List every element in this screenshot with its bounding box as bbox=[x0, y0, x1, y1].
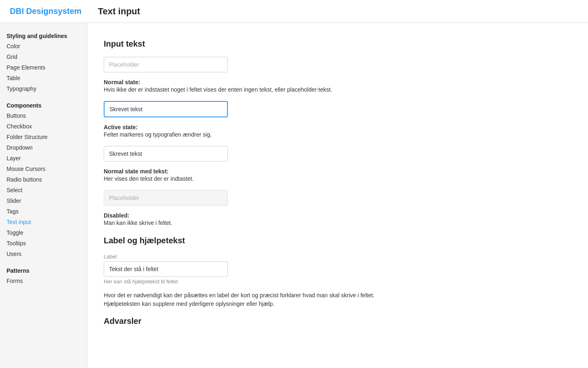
sidebar-item-layer[interactable]: Layer bbox=[0, 153, 87, 164]
section-advarsler-title: Advarsler bbox=[104, 316, 572, 326]
sidebar-section-components: Components bbox=[0, 99, 87, 110]
section-label-title: Label og hjælpetekst bbox=[104, 236, 572, 245]
field-helper-text: Her kan stå hjælpetekst til feltet bbox=[104, 278, 572, 285]
sidebar-item-checkbox[interactable]: Checkbox bbox=[0, 121, 87, 132]
normal-with-text-input[interactable] bbox=[104, 146, 228, 162]
sidebar-item-forms[interactable]: Forms bbox=[0, 276, 87, 286]
sidebar-item-radio-buttons[interactable]: Radio buttons bbox=[0, 174, 87, 185]
sidebar-section-styling: Styling and guidelines bbox=[0, 29, 87, 41]
field-desc: Hvor det er nødvendigt kan der påsættes … bbox=[104, 291, 572, 308]
sidebar-item-select[interactable]: Select bbox=[0, 185, 87, 195]
sidebar-item-toggle[interactable]: Toggle bbox=[0, 227, 87, 238]
disabled-desc: Man kan ikke skrive i feltet. bbox=[104, 220, 572, 226]
sidebar-item-tooltips[interactable]: Tooltips bbox=[0, 238, 87, 249]
field-desc-line1: Hvor det er nødvendigt kan der påsættes … bbox=[104, 292, 374, 298]
header: DBI Designsystem Text input bbox=[0, 0, 588, 23]
sidebar-item-tags[interactable]: Tags bbox=[0, 206, 87, 217]
normal-state-label: Normal state: bbox=[104, 79, 572, 85]
sidebar-item-folder-structure[interactable]: Folder Structure bbox=[0, 132, 87, 142]
sidebar-item-page-elements[interactable]: Page Elements bbox=[0, 62, 87, 73]
sidebar-item-typography[interactable]: Typography bbox=[0, 83, 87, 94]
sidebar-section-patterns: Patterns bbox=[0, 264, 87, 276]
normal-input[interactable] bbox=[104, 57, 228, 72]
sidebar-item-grid[interactable]: Grid bbox=[0, 52, 87, 62]
field-desc-line2: Hjælpeteksten kan supplere med yderliger… bbox=[104, 301, 274, 307]
disabled-label: Disabled: bbox=[104, 212, 572, 219]
active-state-label: Active state: bbox=[104, 124, 572, 130]
active-state-desc: Feltet markeres og typografien ændrer si… bbox=[104, 131, 572, 138]
normal-with-text-label: Normal state med tekst: bbox=[104, 168, 572, 175]
disabled-input bbox=[104, 190, 228, 206]
layout: Styling and guidelines Color Grid Page E… bbox=[0, 23, 588, 368]
sidebar-item-buttons[interactable]: Buttons bbox=[0, 110, 87, 121]
sidebar-divider-1 bbox=[0, 94, 87, 99]
sidebar-item-mouse-cursors[interactable]: Mouse Cursors bbox=[0, 164, 87, 174]
main-content: Input tekst Normal state: Hvis ikke der … bbox=[87, 23, 588, 368]
page-title: Text input bbox=[98, 6, 140, 17]
active-input[interactable] bbox=[104, 101, 228, 117]
sidebar-item-table[interactable]: Table bbox=[0, 73, 87, 83]
sidebar-item-slider[interactable]: Slider bbox=[0, 195, 87, 206]
sidebar-item-text-input[interactable]: Text input bbox=[0, 217, 87, 227]
normal-state-desc: Hvis ikke der er indstastet noget i felt… bbox=[104, 86, 572, 93]
normal-with-text-desc: Her vises den tekst der er indtastet. bbox=[104, 175, 572, 182]
sidebar: Styling and guidelines Color Grid Page E… bbox=[0, 23, 87, 368]
sidebar-item-color[interactable]: Color bbox=[0, 41, 87, 52]
logo[interactable]: DBI Designsystem bbox=[10, 7, 82, 16]
sidebar-divider-2 bbox=[0, 259, 87, 264]
sidebar-item-dropdown[interactable]: Dropdown bbox=[0, 142, 87, 153]
sidebar-item-users[interactable]: Users bbox=[0, 249, 87, 259]
section-input-tekst-title: Input tekst bbox=[104, 39, 572, 49]
labeled-input[interactable] bbox=[104, 261, 228, 277]
field-label-text: Label bbox=[104, 254, 572, 260]
